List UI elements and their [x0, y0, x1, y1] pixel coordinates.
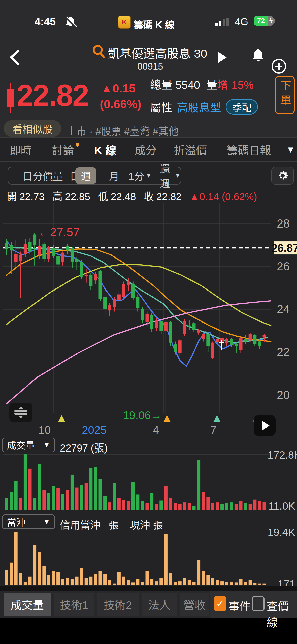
volume-chart[interactable]: [0, 452, 297, 513]
svg-text:20: 20: [277, 388, 290, 401]
battery-icon: 72 ϟ: [254, 16, 274, 26]
market-tags: 上市 · #股票 #臺灣 #其他: [67, 123, 179, 138]
svg-text:22: 22: [277, 345, 290, 359]
ohlc-row: 開22.73 高22.85 低22.48 收22.82 ▲0.14 (0.62%…: [7, 188, 260, 203]
interval-toolbar: 日分價量日週月1分▼還週▼: [8, 167, 181, 185]
gear-icon: [276, 169, 289, 182]
volume-max-label: 172.8K: [268, 449, 295, 461]
volume-summary: 總量 5540 量增 15%: [150, 76, 254, 92]
signal-icon: [215, 18, 229, 26]
svg-text:26.87: 26.87: [271, 242, 297, 254]
play-icon: [262, 421, 270, 431]
checkbox-事件[interactable]: ✓: [214, 596, 226, 611]
chevron-down-icon: ▼: [175, 172, 181, 179]
battery-cap: [274, 19, 275, 23]
order-button[interactable]: 下單: [275, 76, 295, 114]
bottom-tab-技術1[interactable]: 技術1: [54, 593, 94, 616]
chevron-down-icon: ▼: [43, 441, 50, 449]
resize-up-icon: [19, 406, 23, 409]
bottom-tab-法人[interactable]: 法人: [142, 593, 177, 616]
interval-日分價量[interactable]: 日分價量: [23, 167, 63, 184]
app-logo-icon: K: [118, 16, 131, 29]
add-watchlist-icon[interactable]: [272, 59, 286, 74]
interval-週[interactable]: 週: [75, 167, 96, 184]
network-type: 4G: [235, 16, 248, 27]
tab-3[interactable]: K 線: [94, 138, 116, 161]
daytrade-indicator-dropdown[interactable]: 當沖▼: [2, 514, 55, 529]
price-change-pct: (0.66%): [100, 96, 141, 112]
svg-text:10: 10: [39, 424, 51, 436]
charging-bolt-icon: ϟ: [268, 16, 274, 26]
price-change: ▲0.15: [101, 81, 136, 96]
ohlc-change: ▲0.14 (0.62%): [189, 191, 257, 202]
tab-5[interactable]: 折溢價: [174, 138, 207, 161]
replay-button[interactable]: [254, 415, 276, 436]
mini-candle-icon: [7, 89, 14, 107]
daytrade-max-label: 19.4K: [268, 526, 295, 538]
volume-indicator-dropdown[interactable]: 成交量▼: [2, 438, 55, 452]
checkbox-查價線[interactable]: [252, 596, 265, 611]
svg-text:4: 4: [153, 424, 159, 436]
svg-text:28: 28: [277, 217, 290, 230]
volume-min-label: 11.0K: [268, 500, 295, 512]
tab-divider: [279, 138, 279, 161]
alert-bell-icon[interactable]: [251, 48, 266, 65]
checkbox-label: 事件: [228, 598, 251, 614]
svg-text:†: †: [218, 337, 225, 352]
resize-down-icon: [19, 416, 23, 418]
more-tabs-icon[interactable]: ▼: [286, 144, 295, 155]
similar-stocks-button[interactable]: 看相似股: [4, 120, 61, 137]
back-chevron-icon[interactable]: [7, 49, 22, 66]
tab-bar: ▼ 即時討論K 線成分折溢價籌碼日報: [0, 137, 297, 162]
daytrade-chart[interactable]: [0, 529, 297, 588]
bottom-tab-成交量[interactable]: 成交量: [4, 593, 51, 616]
svg-text:19.06→: 19.06→: [123, 409, 162, 422]
chevron-down-icon: ▼: [43, 518, 50, 526]
muted-bell-icon: [64, 16, 77, 28]
chevron-down-icon: ▼: [146, 172, 152, 179]
interval-1分[interactable]: 1分▼: [128, 167, 152, 184]
svg-text:7: 7: [210, 424, 216, 436]
checkbox-label: 查價線: [267, 598, 297, 630]
last-price: 22.82: [17, 80, 88, 110]
candlestick-chart[interactable]: 2826242220←27.5719.06→26.8710202547†: [0, 202, 297, 436]
bottom-tab-營收[interactable]: 營收: [180, 593, 209, 616]
svg-text:←27.57: ←27.57: [38, 225, 80, 239]
notification-dot: [76, 143, 79, 147]
dividend-badge: 季配: [226, 99, 258, 115]
pane-resize-button[interactable]: [9, 403, 32, 422]
tab-6[interactable]: 籌碼日報: [227, 138, 271, 161]
divider: [0, 586, 297, 591]
chart-settings-button[interactable]: [271, 167, 294, 185]
next-stock-icon[interactable]: [218, 52, 227, 63]
svg-text:2025: 2025: [82, 424, 107, 436]
stock-code: 00915: [137, 61, 163, 72]
interval-月[interactable]: 月: [109, 167, 119, 184]
search-icon[interactable]: [92, 44, 105, 58]
status-time: 4:45: [35, 16, 56, 28]
tab-4[interactable]: 成分: [135, 138, 157, 161]
svg-text:26: 26: [277, 260, 290, 273]
bottom-tab-技術2[interactable]: 技術2: [97, 593, 139, 616]
svg-text:24: 24: [277, 303, 290, 316]
attribute-row: 屬性高股息型 季配: [150, 99, 258, 115]
interval-還週[interactable]: 還週▼: [160, 167, 181, 184]
attribute-value[interactable]: 高股息型: [177, 99, 221, 115]
page-title: 凱基優選高股息 30: [108, 44, 207, 61]
tab-2[interactable]: 討論: [52, 138, 74, 161]
home-indicator-area: [0, 618, 297, 644]
tab-1[interactable]: 即時: [10, 138, 32, 161]
app-name: 籌碼 K 線: [134, 17, 175, 31]
stock-app-screen: 4:45 K 籌碼 K 線 4G 72 ϟ 凱基優選高股息 30 00915 2…: [0, 0, 297, 644]
